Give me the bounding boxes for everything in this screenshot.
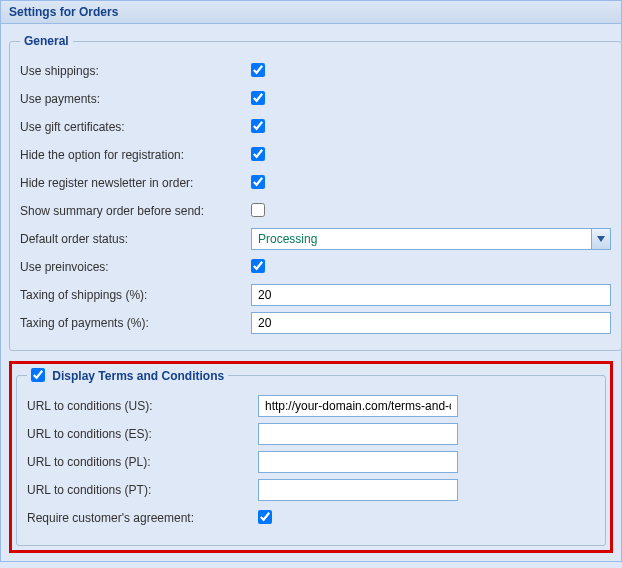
terms-highlight: Display Terms and Conditions URL to cond… [9, 361, 613, 553]
label-taxing-payments: Taxing of payments (%): [20, 316, 251, 330]
panel-body: General Use shippings: Use payments: Use… [1, 24, 621, 561]
input-taxing-shippings[interactable] [251, 284, 611, 306]
checkbox-show-summary-before-send[interactable] [251, 203, 265, 217]
row-hide-registration-option: Hide the option for registration: [20, 144, 611, 166]
input-url-pt[interactable] [258, 479, 458, 501]
chevron-down-icon [597, 236, 605, 242]
select-trigger-default-order-status[interactable] [591, 228, 611, 250]
row-use-gift-certificates: Use gift certificates: [20, 116, 611, 138]
select-default-order-status[interactable] [251, 228, 611, 250]
row-url-us: URL to conditions (US): [27, 395, 595, 417]
select-input-default-order-status[interactable] [251, 228, 591, 250]
checkbox-hide-registration-option[interactable] [251, 147, 265, 161]
terms-fieldset: Display Terms and Conditions URL to cond… [16, 368, 606, 546]
row-use-payments: Use payments: [20, 88, 611, 110]
row-use-shippings: Use shippings: [20, 60, 611, 82]
row-use-preinvoices: Use preinvoices: [20, 256, 611, 278]
label-url-pt: URL to conditions (PT): [27, 483, 258, 497]
input-taxing-payments[interactable] [251, 312, 611, 334]
label-default-order-status: Default order status: [20, 232, 251, 246]
label-use-gift-certificates: Use gift certificates: [20, 120, 251, 134]
row-require-agreement: Require customer's agreement: [27, 507, 595, 529]
general-fieldset: General Use shippings: Use payments: Use… [9, 34, 622, 351]
label-use-shippings: Use shippings: [20, 64, 251, 78]
input-url-es[interactable] [258, 423, 458, 445]
input-url-us[interactable] [258, 395, 458, 417]
checkbox-use-preinvoices[interactable] [251, 259, 265, 273]
checkbox-use-gift-certificates[interactable] [251, 119, 265, 133]
label-url-pl: URL to conditions (PL): [27, 455, 258, 469]
checkbox-require-agreement[interactable] [258, 510, 272, 524]
row-url-es: URL to conditions (ES): [27, 423, 595, 445]
settings-panel: Settings for Orders General Use shipping… [0, 0, 622, 562]
checkbox-hide-register-newsletter[interactable] [251, 175, 265, 189]
checkbox-use-shippings[interactable] [251, 63, 265, 77]
input-url-pl[interactable] [258, 451, 458, 473]
label-require-agreement: Require customer's agreement: [27, 511, 258, 525]
row-default-order-status: Default order status: [20, 228, 611, 250]
row-hide-register-newsletter: Hide register newsletter in order: [20, 172, 611, 194]
label-use-payments: Use payments: [20, 92, 251, 106]
label-hide-register-newsletter: Hide register newsletter in order: [20, 176, 251, 190]
terms-legend-text: Display Terms and Conditions [52, 369, 224, 383]
terms-legend: Display Terms and Conditions [27, 368, 228, 383]
checkbox-use-payments[interactable] [251, 91, 265, 105]
label-use-preinvoices: Use preinvoices: [20, 260, 251, 274]
row-taxing-shippings: Taxing of shippings (%): [20, 284, 611, 306]
label-url-us: URL to conditions (US): [27, 399, 258, 413]
row-show-summary-before-send: Show summary order before send: [20, 200, 611, 222]
row-url-pt: URL to conditions (PT): [27, 479, 595, 501]
row-url-pl: URL to conditions (PL): [27, 451, 595, 473]
panel-title: Settings for Orders [1, 1, 621, 24]
label-taxing-shippings: Taxing of shippings (%): [20, 288, 251, 302]
row-taxing-payments: Taxing of payments (%): [20, 312, 611, 334]
label-url-es: URL to conditions (ES): [27, 427, 258, 441]
label-hide-registration-option: Hide the option for registration: [20, 148, 251, 162]
general-legend: General [20, 34, 73, 48]
checkbox-display-terms[interactable] [31, 368, 45, 382]
label-show-summary-before-send: Show summary order before send: [20, 204, 251, 218]
